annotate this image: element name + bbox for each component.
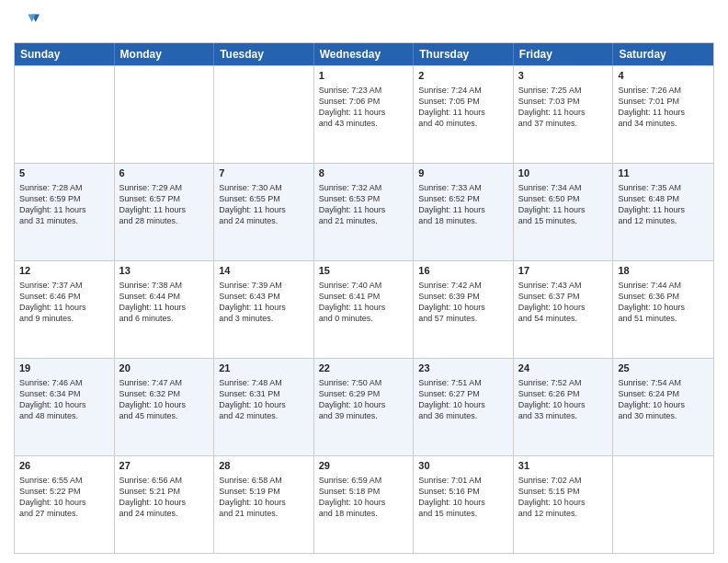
cell-line: and 0 minutes. [319,313,409,324]
cell-line: Sunset: 7:05 PM [418,96,508,107]
day-number: 25 [618,362,709,375]
day-number: 30 [418,459,508,473]
cell-line: Sunrise: 7:51 AM [418,377,508,388]
cell-line: Sunrise: 7:47 AM [119,377,210,388]
cell-line: and 24 minutes. [119,508,210,519]
day-number: 20 [119,362,210,375]
cell-line: Sunset: 6:53 PM [319,193,409,204]
cell-line: Sunrise: 6:59 AM [319,475,409,486]
cell-line: Daylight: 11 hours [119,302,210,313]
day-number: 24 [518,362,609,375]
cal-cell: 21Sunrise: 7:48 AMSunset: 6:31 PMDayligh… [214,359,314,455]
cell-line: Sunset: 6:46 PM [19,291,109,302]
day-number: 10 [518,167,609,180]
day-header-wednesday: Wednesday [314,43,415,65]
cell-line: and 15 minutes. [518,215,609,226]
day-header-friday: Friday [514,43,614,65]
day-number: 15 [319,264,409,278]
cell-line: Daylight: 10 hours [518,497,609,508]
cell-line: Sunset: 5:22 PM [19,486,109,497]
day-number: 17 [518,264,609,278]
cell-line: Daylight: 10 hours [119,497,210,508]
cell-line: Daylight: 11 hours [19,302,109,313]
cell-line: and 34 minutes. [618,118,709,129]
cell-line: Sunrise: 7:32 AM [319,182,409,193]
cal-cell: 6Sunrise: 7:29 AMSunset: 6:57 PMDaylight… [115,164,215,260]
cal-row-3: 19Sunrise: 7:46 AMSunset: 6:34 PMDayligh… [15,358,713,455]
day-header-thursday: Thursday [414,43,514,65]
cal-cell: 14Sunrise: 7:39 AMSunset: 6:43 PMDayligh… [214,261,314,358]
cell-line: Sunrise: 7:43 AM [518,280,609,291]
cell-line: Daylight: 10 hours [319,497,409,508]
cell-line: and 18 minutes. [319,508,409,519]
day-number: 14 [219,264,309,278]
cell-line: and 36 minutes. [418,410,508,421]
cell-line: Daylight: 11 hours [418,204,508,215]
day-number: 26 [19,459,109,473]
day-number: 8 [319,167,409,180]
cal-row-1: 5Sunrise: 7:28 AMSunset: 6:59 PMDaylight… [15,163,713,260]
cell-line: Sunrise: 7:48 AM [219,377,309,388]
cell-line: Sunset: 6:24 PM [618,388,709,399]
cal-cell: 24Sunrise: 7:52 AMSunset: 6:26 PMDayligh… [514,359,614,455]
day-number: 27 [119,459,210,473]
cell-line: and 54 minutes. [518,313,609,324]
cal-cell: 25Sunrise: 7:54 AMSunset: 6:24 PMDayligh… [613,359,713,455]
cell-line: Daylight: 10 hours [618,302,709,313]
day-number: 16 [418,264,508,278]
cell-line: Daylight: 11 hours [319,107,409,118]
cell-line: and 9 minutes. [19,313,109,324]
cal-cell: 11Sunrise: 7:35 AMSunset: 6:48 PMDayligh… [613,164,713,260]
cell-line: and 57 minutes. [418,313,508,324]
day-header-monday: Monday [115,43,215,65]
cell-line: Sunset: 6:57 PM [119,193,210,204]
cell-line: and 48 minutes. [19,410,109,421]
cell-line: Daylight: 11 hours [618,204,709,215]
cal-cell: 31Sunrise: 7:02 AMSunset: 5:15 PMDayligh… [514,456,614,553]
day-number: 5 [19,167,109,180]
cell-line: and 12 minutes. [618,215,709,226]
day-number: 7 [219,167,309,180]
cell-line: Sunrise: 7:30 AM [219,182,309,193]
cell-line: Sunrise: 7:25 AM [518,85,609,96]
cell-line: Sunrise: 7:38 AM [119,280,210,291]
cell-line: Daylight: 10 hours [518,302,609,313]
cell-line: Sunrise: 7:33 AM [418,182,508,193]
cell-line: Sunrise: 7:54 AM [618,377,709,388]
day-number: 21 [219,362,309,375]
cell-line: and 43 minutes. [319,118,409,129]
cell-line: Sunset: 6:43 PM [219,291,309,302]
cell-line: Sunrise: 7:02 AM [518,475,609,486]
day-number: 3 [518,69,609,83]
day-number: 2 [418,69,508,83]
cal-cell: 1Sunrise: 7:23 AMSunset: 7:06 PMDaylight… [314,66,415,163]
cell-line: and 21 minutes. [219,508,309,519]
cell-line: Sunset: 6:50 PM [518,193,609,204]
cell-line: Sunrise: 6:55 AM [19,475,109,486]
cell-line: Daylight: 10 hours [518,399,609,410]
cal-row-2: 12Sunrise: 7:37 AMSunset: 6:46 PMDayligh… [15,260,713,358]
cell-line: Sunset: 5:16 PM [418,486,508,497]
cell-line: Daylight: 11 hours [518,204,609,215]
cell-line: Daylight: 10 hours [618,399,709,410]
cell-line: Sunrise: 7:34 AM [518,182,609,193]
day-number: 12 [19,264,109,278]
logo [14,9,43,35]
cell-line: and 45 minutes. [119,410,210,421]
cell-line: Daylight: 11 hours [319,204,409,215]
cell-line: and 40 minutes. [418,118,508,129]
cell-line: Sunrise: 7:23 AM [319,85,409,96]
cell-line: and 31 minutes. [19,215,109,226]
day-header-saturday: Saturday [613,43,713,65]
cell-line: Sunset: 6:48 PM [618,193,709,204]
calendar-body: 1Sunrise: 7:23 AMSunset: 7:06 PMDaylight… [15,65,713,553]
page: SundayMondayTuesdayWednesdayThursdayFrid… [0,0,728,563]
cal-cell: 10Sunrise: 7:34 AMSunset: 6:50 PMDayligh… [514,164,614,260]
cell-line: Sunrise: 7:35 AM [618,182,709,193]
cell-line: and 42 minutes. [219,410,309,421]
cell-line: Sunrise: 6:58 AM [219,475,309,486]
cell-line: Sunset: 6:52 PM [418,193,508,204]
cal-cell [15,66,115,163]
cell-line: Sunrise: 7:29 AM [119,182,210,193]
cell-line: Daylight: 11 hours [418,107,508,118]
